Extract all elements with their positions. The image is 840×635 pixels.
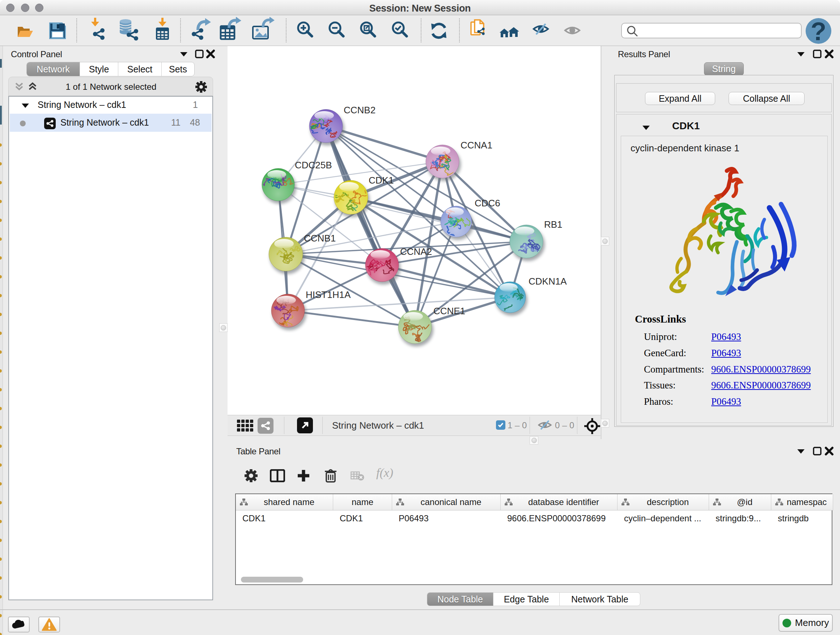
svg-text:CDC25B: CDC25B <box>295 160 332 171</box>
svg-text:CCNB1: CCNB1 <box>304 233 336 244</box>
svg-text:CDKN1A: CDKN1A <box>529 276 567 287</box>
svg-text:?: ? <box>811 17 826 44</box>
svg-text:CCNE1: CCNE1 <box>433 306 465 317</box>
svg-text:CCNB2: CCNB2 <box>344 105 376 116</box>
svg-text:CDC6: CDC6 <box>475 198 500 209</box>
svg-text:RB1: RB1 <box>544 219 562 230</box>
svg-text:CCNA1: CCNA1 <box>461 140 493 150</box>
svg-text:CCNA2: CCNA2 <box>400 246 432 257</box>
svg-text:CDK1: CDK1 <box>369 175 393 186</box>
svg-text:HIST1H1A: HIST1H1A <box>306 289 351 300</box>
